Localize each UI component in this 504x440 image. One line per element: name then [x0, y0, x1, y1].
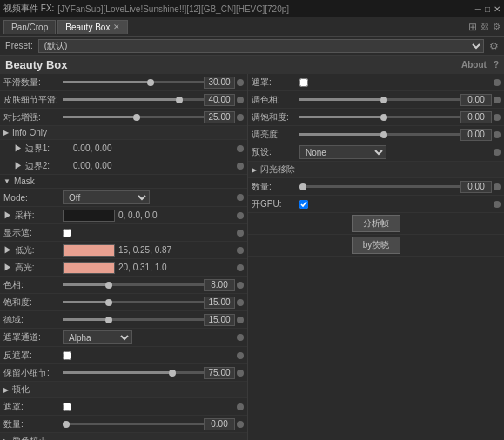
mode-dot[interactable] [237, 194, 244, 201]
flash-qty-dot[interactable] [494, 183, 501, 190]
refine-dot[interactable] [237, 370, 244, 377]
edge1-dot[interactable] [237, 145, 244, 152]
flash-qty-slider-container[interactable] [299, 185, 460, 188]
adj-bright-label: 调亮度: [252, 129, 299, 141]
tab-settings-icon[interactable]: ⚙ [493, 22, 501, 31]
mask-subsection[interactable]: ▼ Mask [0, 175, 247, 189]
gpu-dot[interactable] [494, 201, 501, 208]
right-preset-row: 预设: None [248, 143, 504, 162]
skin-detail-slider-container[interactable] [63, 98, 204, 101]
lum-dot[interactable] [237, 317, 244, 323]
preset-icon[interactable]: ⚙ [489, 40, 499, 52]
adj-sat-dot[interactable] [494, 114, 501, 121]
hue-value[interactable] [204, 279, 235, 291]
tab-pancrop[interactable]: Pan/Crop [3, 20, 56, 34]
lum-slider-container[interactable] [63, 318, 204, 321]
contrast-slider[interactable] [63, 116, 204, 118]
edge2-dot[interactable] [237, 163, 244, 170]
adj-hue-value[interactable] [460, 94, 492, 106]
smooth-amount-slider-container[interactable] [63, 81, 204, 83]
hue-dot[interactable] [237, 282, 244, 289]
adj-bright-dot[interactable] [494, 131, 501, 138]
gpu-checkbox[interactable] [299, 200, 308, 209]
color-correct-subsection[interactable]: ▶ 颜色校正 [0, 433, 247, 440]
refine-slider[interactable] [63, 371, 204, 374]
adj-bright-slider[interactable] [299, 133, 460, 136]
hue-slider[interactable] [63, 283, 204, 286]
adj-bright-slider-container[interactable] [299, 133, 460, 136]
lowlight-color[interactable] [63, 244, 115, 257]
help-icon[interactable]: ? [494, 60, 499, 70]
tab-beautybox[interactable]: Beauty Box ✕ [57, 20, 128, 34]
tab-close-icon[interactable]: ✕ [113, 23, 120, 31]
highlight-dot[interactable] [237, 264, 244, 271]
flash-qty-value[interactable] [460, 181, 492, 193]
hue-slider-container[interactable] [63, 283, 204, 286]
contrast-dot[interactable] [237, 114, 244, 121]
qty-dot[interactable] [237, 421, 244, 428]
adj-hue-dot[interactable] [494, 97, 501, 103]
refine-value[interactable] [204, 367, 235, 379]
show-mask-checkbox[interactable] [63, 229, 71, 237]
smooth-amount-value[interactable] [204, 77, 235, 89]
lum-slider[interactable] [63, 318, 204, 321]
adj-sat-slider-container[interactable] [299, 116, 460, 118]
skin-detail-dot[interactable] [237, 97, 244, 103]
skin-detail-slider[interactable] [63, 98, 204, 101]
window-maximize[interactable]: □ [485, 4, 490, 14]
right-preset-select[interactable]: None [299, 145, 386, 159]
lum-value[interactable] [204, 314, 235, 326]
mode-select[interactable]: Off [63, 190, 150, 204]
sample-dot[interactable] [237, 212, 244, 219]
adj-bright-value[interactable] [460, 129, 492, 141]
smooth-amount-slider[interactable] [63, 81, 204, 83]
right-preset-dot[interactable] [494, 149, 501, 156]
saturation-slider-container[interactable] [63, 301, 204, 303]
skin-color-subsection[interactable]: ▶ 顿化 [0, 382, 247, 398]
analyze-button[interactable]: 分析帧 [352, 215, 400, 232]
saturation-dot[interactable] [237, 299, 244, 306]
adj-sat-value[interactable] [460, 111, 492, 123]
smooth-amount-dot[interactable] [237, 79, 244, 86]
title-bar: 视频事件 FX: [JYFanSub][LoveLive!Sunshine!!]… [0, 0, 504, 17]
contrast-value[interactable] [204, 111, 235, 123]
info-only-triangle: ▶ [3, 129, 9, 137]
invert-mask-checkbox[interactable] [63, 351, 71, 360]
saturation-value[interactable] [204, 297, 235, 309]
sample-color[interactable] [63, 210, 115, 222]
window-minimize[interactable]: ─ [475, 4, 481, 14]
adj-hue-slider-container[interactable] [299, 98, 460, 101]
info-only-subsection[interactable]: ▶ Info Only [0, 126, 247, 140]
adj-hue-slider[interactable] [299, 98, 460, 101]
window-close[interactable]: ✕ [494, 4, 501, 14]
flash-qty-slider[interactable] [299, 185, 460, 188]
highlight-color[interactable] [63, 262, 115, 274]
mask-channel-dot[interactable] [237, 334, 244, 341]
tab-chain-icon[interactable]: ⛓ [480, 22, 489, 31]
invert-mask-dot[interactable] [237, 352, 244, 359]
adj-sat-slider[interactable] [299, 116, 460, 118]
by-button[interactable]: by茨晓 [352, 237, 401, 254]
gpu-row: 开GPU: [248, 196, 504, 213]
show-dot2[interactable] [237, 403, 244, 410]
lowlight-dot[interactable] [237, 247, 244, 254]
preset-select[interactable]: (默认) [38, 39, 484, 53]
right-mask-dot[interactable] [494, 79, 501, 86]
about-link[interactable]: About [461, 60, 487, 70]
flash-subsection[interactable]: ▶ 闪光移除 [248, 162, 504, 178]
right-mask-checkbox[interactable] [299, 78, 308, 87]
refine-slider-container[interactable] [63, 371, 204, 374]
skin-detail-value[interactable] [204, 94, 235, 106]
edge2-row: ▶ 边界2: 0.00, 0.00 [0, 157, 247, 175]
contrast-slider-container[interactable] [63, 116, 204, 118]
preset-label: Preset: [5, 41, 33, 50]
qty-slider[interactable] [63, 423, 204, 425]
qty-value[interactable] [204, 418, 235, 430]
show-mask-dot[interactable] [237, 230, 244, 237]
edge1-label: ▶ 边界1: [14, 143, 73, 155]
tab-grid-icon[interactable]: ⊞ [468, 21, 477, 33]
show-checkbox2[interactable] [63, 403, 71, 411]
saturation-slider[interactable] [63, 301, 204, 303]
mask-channel-select[interactable]: Alpha [63, 330, 132, 344]
qty-slider-container[interactable] [63, 423, 204, 425]
